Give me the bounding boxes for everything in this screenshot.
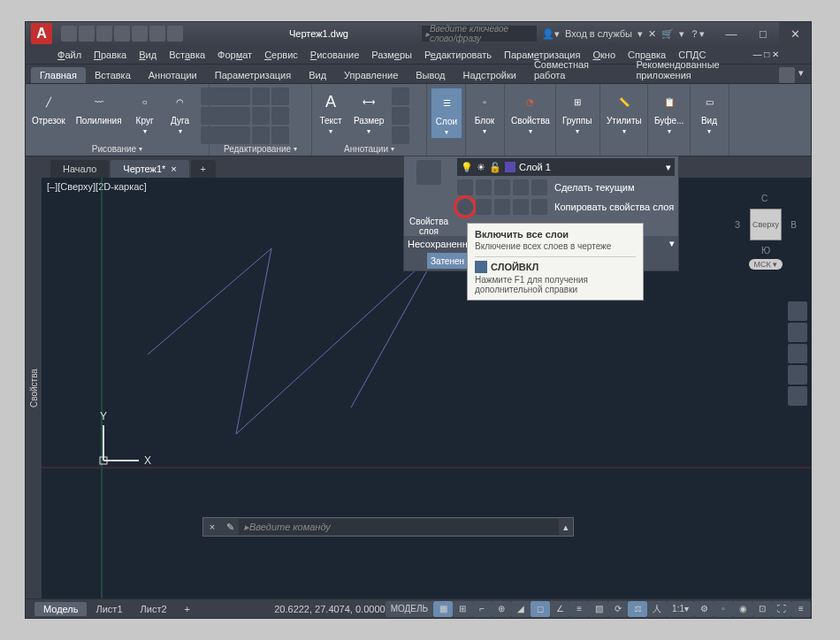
modify-icon[interactable] [213, 126, 231, 144]
qat-new-icon[interactable] [61, 26, 77, 42]
isolate-icon[interactable]: ◉ [733, 601, 752, 617]
gear-icon[interactable]: ⚙ [694, 601, 714, 617]
ribbon-tab-output[interactable]: Вывод [407, 67, 454, 83]
command-line[interactable]: × ✎ ▸ Введите команду ▴ [202, 517, 574, 537]
ortho-toggle-icon[interactable]: ⌐ [472, 601, 492, 617]
close-button[interactable]: ✕ [779, 22, 811, 45]
ribbon-tab-manage[interactable]: Управление [335, 67, 407, 83]
login-link[interactable]: Вход в службы [565, 28, 632, 39]
qat-save-icon[interactable] [96, 26, 112, 42]
lineweight-icon[interactable]: ≡ [569, 601, 589, 617]
ribbon-tab-view[interactable]: Вид [300, 67, 335, 83]
grid-toggle-icon[interactable]: ▦ [433, 601, 453, 617]
nav-zoom-icon[interactable] [788, 344, 807, 363]
space-toggle[interactable]: МОДЕЛЬ [386, 601, 433, 617]
minimize-button[interactable]: — [715, 22, 747, 45]
tab-close-icon[interactable]: × [171, 164, 176, 174]
menu-format[interactable]: Формат [212, 48, 257, 62]
ribbon-tab-addins[interactable]: Надстройки [454, 67, 525, 83]
scale-readout[interactable]: 1:1 ▾ [667, 601, 694, 617]
cmdline-close-icon[interactable]: × [203, 522, 221, 532]
layer-isolate-icon[interactable] [513, 179, 529, 195]
line-button[interactable]: ╱Отрезок [29, 88, 68, 127]
otrack-icon[interactable]: ∠ [550, 601, 569, 617]
add-layout-button[interactable]: + [176, 602, 199, 616]
polyline-button[interactable]: 〰Полилиния [73, 88, 125, 127]
customize-icon[interactable]: ≡ [791, 601, 811, 617]
menu-modify[interactable]: Редактировать [419, 48, 497, 62]
annoscale-icon[interactable]: ⚖ [628, 601, 647, 617]
menu-insert[interactable]: Вставка [164, 48, 210, 62]
nav-showmotion-icon[interactable] [788, 386, 807, 406]
ribbon-tab-annotate[interactable]: Аннотации [140, 67, 206, 83]
nav-orbit-icon[interactable] [788, 365, 807, 385]
annomonitor-icon[interactable]: 人 [647, 601, 667, 617]
search-input[interactable]: ▸ Введите ключевое слово/фразу [422, 26, 537, 42]
menu-draw[interactable]: Рисование [305, 48, 364, 62]
text-button[interactable]: АТекст▾ [316, 88, 346, 137]
properties-palette-tab[interactable]: Свойства [26, 178, 42, 598]
maximize-button[interactable]: □ [747, 22, 779, 45]
make-current-label[interactable]: Сделать текущим [554, 182, 634, 193]
modify-icon[interactable] [213, 107, 231, 125]
layer-makecurrent-icon[interactable] [531, 179, 547, 195]
annot-icon[interactable] [392, 107, 409, 125]
cmdline-options-icon[interactable]: ✎ [221, 522, 239, 533]
transparency-icon[interactable]: ▧ [589, 601, 608, 617]
nav-fullnav-icon[interactable] [788, 301, 807, 321]
modify-icon[interactable] [213, 88, 231, 105]
snap-toggle-icon[interactable]: ⊞ [453, 601, 472, 617]
menu-dimensions[interactable]: Размеры [366, 48, 417, 62]
qat-saveas-icon[interactable] [114, 26, 130, 42]
groups-button[interactable]: ⊞Группы▾ [560, 88, 594, 137]
isodraft-icon[interactable]: ◢ [511, 601, 531, 617]
modify-icon[interactable] [252, 126, 270, 144]
command-input[interactable]: ▸ Введите команду [239, 519, 559, 535]
ribbon-tab-home[interactable]: Главная [31, 67, 86, 83]
menu-file[interactable]: Файл [52, 48, 87, 62]
modify-icon[interactable] [252, 88, 270, 105]
drawing-tab[interactable]: Чертеж1*× [111, 160, 188, 178]
layer-on-all-icon[interactable] [457, 199, 473, 215]
new-tab-button[interactable]: + [191, 160, 216, 178]
copy-props-label[interactable]: Копировать свойства слоя [554, 202, 674, 212]
circle-button[interactable]: ○Круг▾ [130, 88, 160, 137]
hwaccel-icon[interactable]: ⊡ [752, 601, 772, 617]
annot-icon[interactable] [392, 126, 409, 144]
layer-match-icon[interactable] [531, 199, 547, 215]
layer-properties-icon[interactable] [416, 160, 441, 185]
help-icon[interactable]: ？▾ [690, 27, 705, 41]
qat-plot-icon[interactable] [132, 26, 148, 42]
viewcube-face[interactable]: Сверху [750, 209, 782, 240]
start-tab[interactable]: Начало [50, 160, 109, 178]
utilities-button[interactable]: 📏Утилиты▾ [604, 88, 645, 137]
app-menu-button[interactable]: А [31, 23, 52, 44]
layer-off-icon[interactable] [457, 179, 473, 195]
arc-button[interactable]: ◠Дуга▾ [165, 88, 195, 137]
layer-lock-icon[interactable] [494, 179, 510, 195]
layout2-tab[interactable]: Лист2 [132, 602, 176, 616]
qat-undo-icon[interactable] [149, 26, 165, 42]
layer-combo[interactable]: 💡 ☀ 🔓 Слой 1 ▾ [457, 158, 675, 176]
modify-icon[interactable] [252, 107, 270, 125]
cycling-icon[interactable]: ⟳ [608, 601, 628, 617]
model-tab[interactable]: Модель [34, 602, 87, 616]
ribbon-tab-parametric[interactable]: Параметризация [206, 67, 300, 83]
properties-button[interactable]: ◔Свойства▾ [508, 88, 553, 137]
modify-icon[interactable] [271, 88, 289, 105]
qat-redo-icon[interactable] [167, 26, 183, 42]
ribbon-tab-insert[interactable]: Вставка [86, 67, 140, 83]
ribbon-extra-icon[interactable] [779, 67, 795, 83]
layer-unisolate-icon[interactable] [513, 199, 529, 215]
layer-delete-icon[interactable] [659, 253, 675, 269]
block-button[interactable]: ▫Блок▾ [470, 88, 500, 137]
layers-button[interactable]: ☰Слои▾ [431, 88, 462, 139]
menu-tools[interactable]: Сервис [259, 48, 303, 62]
cmdline-history-icon[interactable]: ▴ [559, 522, 573, 533]
polar-toggle-icon[interactable]: ⊕ [492, 601, 511, 617]
modify-icon[interactable] [271, 107, 289, 125]
layer-unlock-icon[interactable] [494, 199, 510, 215]
modify-icon[interactable] [233, 126, 250, 144]
qat-open-icon[interactable] [79, 26, 95, 42]
layer-state-icon[interactable] [408, 253, 424, 269]
